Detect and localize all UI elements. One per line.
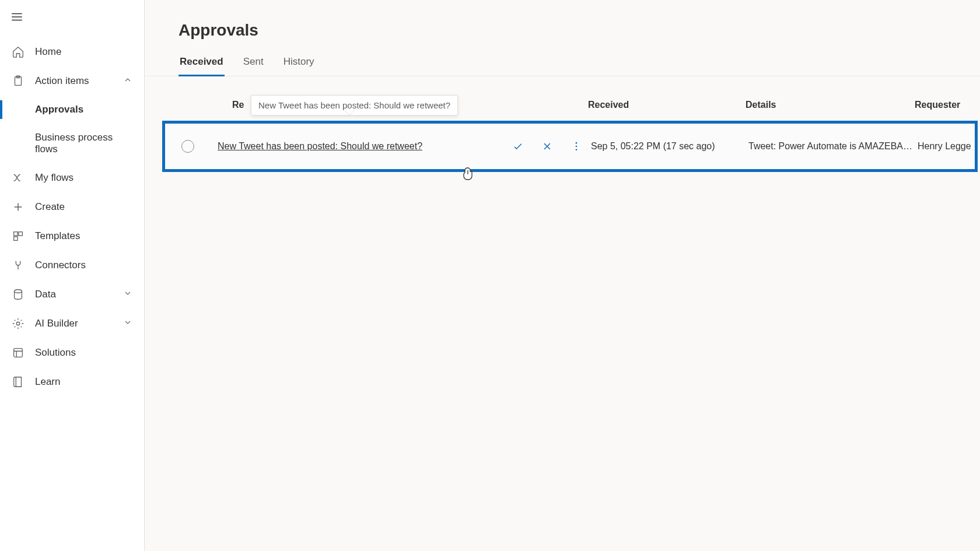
sidebar-item-label: Approvals bbox=[35, 104, 132, 115]
tooltip: New Tweet has been posted: Should we ret… bbox=[251, 95, 458, 115]
reject-button[interactable] bbox=[533, 141, 562, 152]
home-icon bbox=[12, 45, 24, 58]
svg-rect-3 bbox=[19, 232, 22, 236]
radio-unchecked-icon bbox=[181, 140, 194, 153]
row-requester: Henry Legge bbox=[918, 141, 975, 152]
sidebar-item-data[interactable]: Data bbox=[0, 280, 144, 309]
sidebar-item-home[interactable]: Home bbox=[0, 37, 144, 66]
close-icon bbox=[541, 141, 553, 152]
connectors-icon bbox=[12, 259, 24, 272]
table-row[interactable]: New Tweet has been posted: Should we ret… bbox=[165, 124, 975, 169]
approvals-table: Re New Tweet has been posted: Should we … bbox=[145, 100, 980, 172]
sidebar-item-label: Data bbox=[35, 289, 113, 300]
tabs: Received Sent History bbox=[145, 50, 980, 76]
tab-label: History bbox=[284, 56, 314, 67]
solutions-icon bbox=[12, 346, 24, 359]
sidebar-item-learn[interactable]: Learn bbox=[0, 367, 144, 396]
sidebar-item-label: My flows bbox=[35, 172, 132, 184]
highlighted-row-box: New Tweet has been posted: Should we ret… bbox=[162, 121, 978, 172]
chevron-up-icon bbox=[123, 75, 132, 87]
sidebar-item-label: Learn bbox=[35, 376, 132, 388]
templates-icon bbox=[12, 230, 24, 243]
column-headers: Re New Tweet has been posted: Should we … bbox=[162, 100, 980, 121]
approval-title-link[interactable]: New Tweet has been posted: Should we ret… bbox=[218, 141, 422, 151]
tab-label: Received bbox=[180, 56, 223, 67]
chevron-down-icon bbox=[123, 318, 132, 330]
svg-point-9 bbox=[576, 146, 578, 148]
sidebar-item-label: AI Builder bbox=[35, 318, 113, 329]
sidebar-item-label: Create bbox=[35, 201, 132, 213]
tab-label: Sent bbox=[243, 56, 264, 67]
checkmark-icon bbox=[512, 141, 524, 152]
sidebar-item-label: Action items bbox=[35, 75, 113, 87]
sidebar-item-templates[interactable]: Templates bbox=[0, 222, 144, 251]
chevron-down-icon bbox=[123, 289, 132, 301]
sidebar-item-label: Templates bbox=[35, 230, 132, 242]
sidebar-item-connectors[interactable]: Connectors bbox=[0, 251, 144, 280]
sidebar-item-approvals[interactable]: Approvals bbox=[0, 96, 144, 124]
svg-rect-4 bbox=[14, 237, 18, 240]
sidebar-item-label: Business process flows bbox=[35, 132, 132, 155]
column-header-request[interactable]: Re New Tweet has been posted: Should we … bbox=[232, 100, 588, 113]
ai-icon bbox=[12, 317, 24, 330]
hamburger-icon bbox=[10, 10, 23, 23]
column-header-requester[interactable]: Requester bbox=[915, 100, 980, 113]
main-content: Approvals Received Sent History Re New T… bbox=[145, 0, 980, 551]
sidebar-item-business-process-flows[interactable]: Business process flows bbox=[0, 124, 144, 163]
tab-history[interactable]: History bbox=[282, 50, 316, 76]
row-received: Sep 5, 05:22 PM (17 sec ago) bbox=[591, 141, 748, 152]
sidebar-item-my-flows[interactable]: My flows bbox=[0, 163, 144, 192]
book-icon bbox=[12, 375, 24, 388]
tab-received[interactable]: Received bbox=[178, 50, 225, 76]
row-select[interactable] bbox=[177, 140, 218, 153]
svg-rect-7 bbox=[14, 349, 23, 357]
column-header-received[interactable]: Received bbox=[588, 100, 746, 113]
svg-rect-2 bbox=[14, 232, 18, 236]
sidebar-item-create[interactable]: Create bbox=[0, 192, 144, 222]
nav: Home Action items Approvals Business pro… bbox=[0, 37, 144, 396]
sidebar-item-solutions[interactable]: Solutions bbox=[0, 338, 144, 367]
svg-point-5 bbox=[15, 290, 22, 293]
sidebar-item-label: Home bbox=[35, 46, 132, 58]
sidebar: Home Action items Approvals Business pro… bbox=[0, 0, 145, 551]
sidebar-item-label: Solutions bbox=[35, 347, 132, 359]
more-vertical-icon bbox=[570, 141, 582, 152]
hamburger-menu-button[interactable] bbox=[0, 5, 144, 31]
plus-icon bbox=[12, 201, 24, 213]
svg-point-10 bbox=[576, 149, 578, 151]
more-actions-button[interactable] bbox=[562, 141, 591, 152]
sidebar-item-label: Connectors bbox=[35, 259, 132, 271]
sidebar-item-action-items[interactable]: Action items bbox=[0, 66, 144, 96]
page-title: Approvals bbox=[145, 21, 980, 50]
data-icon bbox=[12, 288, 24, 301]
tab-sent[interactable]: Sent bbox=[242, 50, 265, 76]
flow-icon bbox=[12, 171, 24, 184]
svg-point-6 bbox=[16, 322, 20, 325]
row-details: Tweet: Power Automate is AMAZEBA… bbox=[748, 141, 918, 152]
clipboard-icon bbox=[12, 75, 24, 87]
sidebar-item-ai-builder[interactable]: AI Builder bbox=[0, 309, 144, 338]
column-header-details[interactable]: Details bbox=[746, 100, 915, 113]
approve-button[interactable] bbox=[503, 141, 533, 152]
svg-point-8 bbox=[576, 142, 578, 144]
